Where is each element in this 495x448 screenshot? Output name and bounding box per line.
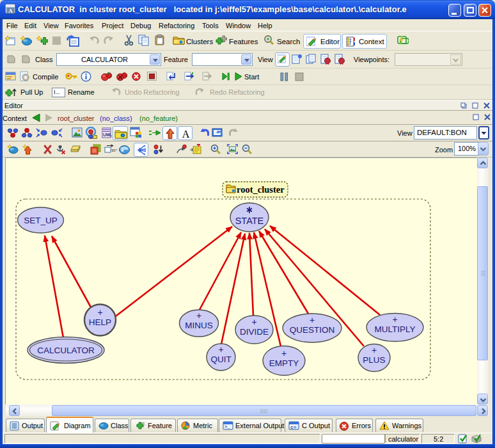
svg-text:PLUS: PLUS	[363, 355, 385, 365]
svg-text:+: +	[372, 345, 377, 355]
svg-text:SET_UP: SET_UP	[24, 216, 58, 225]
svg-text:UML: UML	[103, 132, 112, 137]
svg-text:+: +	[196, 310, 201, 321]
svg-text:90°: 90°	[111, 148, 117, 152]
svg-text:MINUS: MINUS	[185, 321, 213, 330]
svg-text:>_: >_	[224, 424, 230, 429]
svg-text:+: +	[218, 344, 223, 355]
svg-text:DIVIDE: DIVIDE	[240, 327, 269, 337]
svg-text:CALCULATOR: CALCULATOR	[37, 346, 95, 355]
svg-text:A: A	[8, 8, 13, 14]
svg-text:+: +	[392, 314, 397, 324]
svg-text:+: +	[97, 307, 102, 317]
svg-text:STATE: STATE	[235, 216, 264, 226]
svg-text:EMPTY: EMPTY	[269, 358, 299, 368]
svg-text:c=: c=	[290, 424, 297, 430]
svg-text:+: +	[281, 348, 287, 358]
svg-text:HELP: HELP	[89, 317, 111, 327]
svg-text:+: +	[251, 317, 256, 327]
svg-text:MULTIPLY: MULTIPLY	[374, 324, 415, 334]
svg-text:root_cluster: root_cluster	[237, 184, 285, 195]
svg-text:QUIT: QUIT	[210, 355, 231, 364]
svg-text:A: A	[182, 129, 190, 140]
svg-text:QUESTION: QUESTION	[290, 325, 335, 335]
svg-text:+: +	[310, 315, 315, 325]
